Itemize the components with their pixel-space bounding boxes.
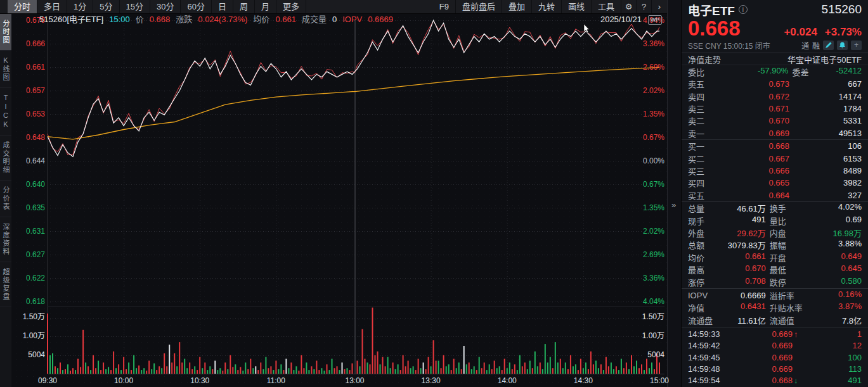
stat-value: 0.661 bbox=[745, 251, 766, 263]
sidebar-item-深度资料[interactable]: 深度资料 bbox=[0, 217, 11, 262]
volume-bar bbox=[466, 364, 467, 374]
tab-5分[interactable]: 5分 bbox=[93, 0, 119, 13]
orderbook-level-label: 卖二 bbox=[688, 115, 713, 127]
edit-pencil-icon[interactable] bbox=[823, 41, 834, 50]
tick-row[interactable]: 14:59:480.669113 bbox=[682, 363, 868, 374]
tick-row[interactable]: 14:59:330.669↑1 bbox=[682, 328, 868, 339]
sidebar-item-分价表[interactable]: 分价表 bbox=[0, 181, 11, 217]
sidebar-item-分时图[interactable]: 分时图 bbox=[0, 14, 11, 51]
volume-bar bbox=[316, 361, 317, 374]
tool-九转[interactable]: 九转 bbox=[532, 0, 562, 13]
orderbook-row[interactable]: 买五0.664327 bbox=[682, 189, 868, 201]
collapse-chevron-icon[interactable]: » bbox=[671, 200, 676, 210]
tab-更多[interactable]: 更多 bbox=[276, 0, 306, 13]
orderbook-row[interactable]: 买一0.668106 bbox=[682, 140, 868, 152]
volume-bar bbox=[352, 364, 353, 374]
volume-bar bbox=[219, 368, 221, 374]
nav-label: 净值走势 bbox=[688, 53, 721, 65]
intraday-chart-region[interactable]: 515260[电子ETF] 15:00 价 0.668 涨跌 0.024(3.7… bbox=[11, 14, 667, 387]
tool-工具[interactable]: 工具 bbox=[592, 0, 621, 13]
volume-bar bbox=[600, 364, 602, 374]
volume-bar bbox=[161, 368, 162, 374]
tool-叠加[interactable]: 叠加 bbox=[502, 0, 532, 13]
pct-axis-label: 0.67% bbox=[626, 180, 664, 189]
orderbook-row[interactable]: 卖三0.6711784 bbox=[682, 103, 868, 115]
tab-15分[interactable]: 15分 bbox=[120, 0, 150, 13]
wp-window-icon[interactable]: WP bbox=[648, 15, 662, 25]
tool-盘前盘后[interactable]: 盘前盘后 bbox=[456, 0, 502, 13]
volume-bar bbox=[375, 355, 376, 374]
orderbook-row[interactable]: 买二0.6676153 bbox=[682, 152, 868, 164]
tab-多日[interactable]: 多日 bbox=[37, 0, 67, 13]
volume-bar bbox=[115, 368, 117, 374]
tick-row[interactable]: 14:59:420.66912 bbox=[682, 339, 868, 351]
orderbook-level-label: 买一 bbox=[688, 140, 713, 152]
sidebar-item-成交明细[interactable]: 成交明细 bbox=[0, 136, 11, 181]
stat-row: 现手491量比0.69 bbox=[682, 214, 868, 226]
volume-bar bbox=[362, 329, 363, 374]
ask-levels: 卖五0.673667卖四0.67214174卖三0.6711784卖二0.670… bbox=[682, 78, 868, 140]
volume-bar bbox=[273, 370, 274, 374]
tool-画线[interactable]: 画线 bbox=[562, 0, 592, 13]
volume-bar bbox=[70, 371, 71, 374]
orderbook-row[interactable]: 买三0.6668489 bbox=[682, 165, 868, 177]
help-icon[interactable]: ? bbox=[637, 0, 652, 13]
sidebar-item-K线图[interactable]: K线图 bbox=[0, 51, 11, 88]
chevron-right-icon[interactable]: › bbox=[652, 0, 667, 13]
volume-bar bbox=[240, 367, 241, 374]
volume-bar bbox=[423, 362, 424, 374]
volume-bar bbox=[626, 362, 627, 374]
tab-月[interactable]: 月 bbox=[255, 0, 276, 13]
time-axis-label: 10:30 bbox=[190, 376, 209, 385]
tab-1分[interactable]: 1分 bbox=[67, 0, 93, 13]
tab-分时[interactable]: 分时 bbox=[8, 0, 37, 13]
volume-bar bbox=[49, 355, 51, 374]
price-value: 0.668 bbox=[150, 14, 171, 25]
orderbook-price: 0.668 bbox=[713, 141, 789, 151]
tab-60分[interactable]: 60分 bbox=[181, 0, 211, 13]
orderbook-row[interactable]: 卖一0.66949513 bbox=[682, 127, 868, 139]
volume-bar bbox=[398, 364, 399, 374]
volume-bar bbox=[532, 368, 533, 374]
intraday-chart-canvas[interactable] bbox=[11, 14, 667, 387]
stat-label: 净值 bbox=[688, 301, 704, 314]
tick-row[interactable]: 14:59:450.669100 bbox=[682, 352, 868, 363]
orderbook-row[interactable]: 卖二0.6705331 bbox=[682, 115, 868, 127]
margin-badge-tong: 通 bbox=[801, 40, 809, 51]
chart-header: 515260[电子ETF] 15:00 价 0.668 涨跌 0.024(3.7… bbox=[39, 14, 393, 25]
volume-bar bbox=[255, 366, 256, 374]
sidebar-item-TICK[interactable]: TICK bbox=[0, 88, 11, 136]
tick-up-arrow-icon: ↑ bbox=[793, 329, 801, 339]
stat-cell: 流通盘11.61亿 bbox=[688, 314, 770, 326]
orderbook-row[interactable]: 卖四0.67214174 bbox=[682, 90, 868, 102]
tab-周[interactable]: 周 bbox=[233, 0, 255, 13]
add-watchlist-icon[interactable]: + bbox=[851, 41, 862, 50]
volume-bar bbox=[230, 355, 231, 374]
volume-bar bbox=[433, 340, 434, 374]
tick-trade-list[interactable]: 14:59:330.669↑114:59:420.6691214:59:450.… bbox=[682, 327, 868, 387]
stat-value: 3.88% bbox=[838, 239, 862, 251]
tick-row[interactable]: 14:59:540.668↓491 bbox=[682, 375, 868, 386]
nav-trend-row[interactable]: 净值走势 华宝中证电子50ETF bbox=[682, 53, 868, 65]
orderbook-row[interactable]: 卖五0.673667 bbox=[682, 78, 868, 90]
orderbook-price: 0.670 bbox=[713, 116, 789, 125]
tab-日[interactable]: 日 bbox=[212, 0, 233, 13]
volume-bar bbox=[103, 362, 104, 374]
tab-30分[interactable]: 30分 bbox=[150, 0, 181, 13]
info-icon[interactable]: i bbox=[739, 5, 748, 14]
tool-F9[interactable]: F9 bbox=[433, 0, 456, 13]
weibi-row: 委比 -57.90% 委差 -52412 bbox=[682, 65, 868, 78]
pct-axis-label: 2.69% bbox=[626, 250, 664, 259]
change-value: 0.024(3.73%) bbox=[198, 14, 247, 25]
settings-gear-icon[interactable]: ⚙ bbox=[621, 0, 637, 13]
volume-bar bbox=[138, 365, 139, 374]
volume-bar bbox=[443, 355, 444, 374]
sidebar-item-超级复盘[interactable]: 超级复盘 bbox=[0, 262, 11, 307]
alert-bell-icon[interactable] bbox=[837, 41, 848, 50]
orderbook-row[interactable]: 买四0.6653982 bbox=[682, 177, 868, 189]
stat-cell: 现手491 bbox=[688, 215, 770, 227]
volume-bar bbox=[471, 369, 472, 374]
stat-label: 最低 bbox=[770, 263, 786, 276]
volume-bar bbox=[385, 366, 386, 374]
tick-time: 14:59:42 bbox=[688, 341, 732, 350]
